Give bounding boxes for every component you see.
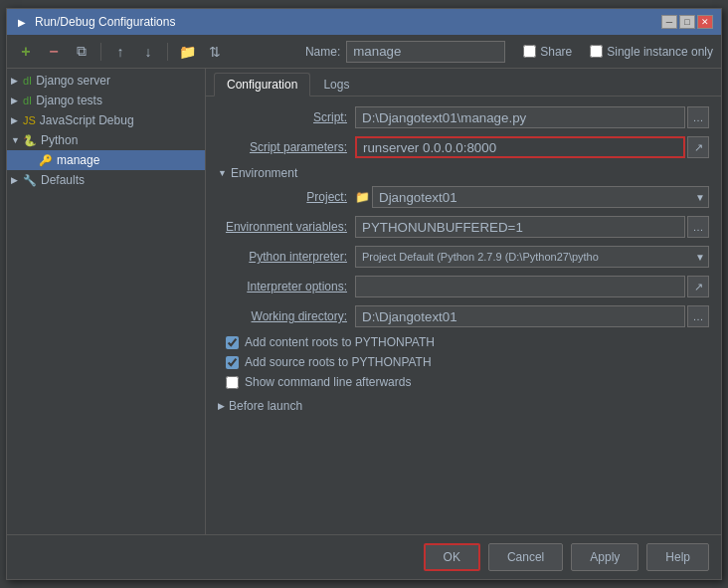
footer: OK Cancel Apply Help [7, 534, 721, 579]
interpreter-options-input[interactable] [355, 276, 685, 297]
environment-arrow: ▼ [218, 168, 227, 178]
working-dir-browse-button[interactable]: … [687, 305, 709, 327]
move-up-button[interactable]: ↑ [109, 41, 131, 63]
project-select-wrapper: Djangotext01 ▼ [372, 186, 709, 208]
add-content-roots-label: Add content roots to PYTHONPATH [245, 335, 435, 349]
environment-label: Environment [231, 166, 297, 180]
script-params-side-button[interactable]: ↗ [687, 136, 709, 158]
before-launch-arrow: ▶ [218, 401, 225, 411]
expand-arrow: ▶ [11, 175, 19, 185]
working-dir-input-group: … [355, 305, 709, 327]
django-server-icon: dI [23, 75, 32, 87]
project-folder-icon: 📁 [355, 190, 370, 204]
add-button[interactable]: + [15, 41, 37, 63]
env-vars-label: Environment variables: [218, 220, 347, 234]
single-instance-label: Single instance only [607, 45, 713, 59]
environment-section-header: ▼ Environment [218, 166, 709, 180]
working-dir-row: Working directory: … [218, 305, 709, 327]
add-source-roots-row: Add source roots to PYTHONPATH [218, 355, 709, 369]
tabs: Configuration Logs [206, 69, 721, 97]
interpreter-options-side-button[interactable]: ↗ [687, 276, 709, 297]
sidebar: ▶ dI Django server ▶ dI Django tests ▶ J… [7, 69, 206, 534]
python-interpreter-group: Project Default (Python 2.7.9 (D:\Python… [355, 246, 709, 268]
django-tests-icon: dI [23, 95, 32, 106]
show-cmdline-checkbox[interactable] [226, 376, 239, 389]
script-params-input-group: ↗ [355, 136, 709, 158]
python-interpreter-row: Python interpreter: Project Default (Pyt… [218, 246, 709, 268]
name-section: Name: [305, 41, 505, 63]
python-interpreter-select[interactable]: Project Default (Python 2.7.9 (D:\Python… [355, 246, 709, 268]
toolbar-separator [100, 43, 101, 61]
tab-logs[interactable]: Logs [310, 73, 362, 96]
remove-button[interactable]: − [43, 41, 65, 63]
window-icon: ▶ [15, 15, 29, 29]
copy-button[interactable]: ⧉ [71, 41, 92, 63]
show-cmdline-row: Show command line afterwards [218, 375, 709, 389]
share-section: Share [523, 45, 572, 59]
minimize-button[interactable]: ─ [661, 15, 677, 29]
sidebar-item-label: Django server [36, 74, 110, 88]
project-input-group: 📁 Djangotext01 ▼ [355, 186, 709, 208]
env-vars-input-group: … [355, 216, 709, 238]
toolbar-separator-2 [167, 43, 168, 61]
script-params-input[interactable] [355, 136, 685, 158]
name-input[interactable] [346, 41, 505, 63]
script-label: Script: [218, 110, 347, 124]
sort-button[interactable]: ⇅ [204, 41, 226, 63]
defaults-icon: 🔧 [23, 174, 37, 187]
expand-arrow: ▶ [11, 76, 19, 86]
manage-icon: 🔑 [39, 154, 53, 167]
working-dir-input[interactable] [355, 305, 685, 327]
add-content-roots-checkbox[interactable] [226, 336, 239, 349]
close-button[interactable]: ✕ [697, 15, 713, 29]
right-panel: Configuration Logs Script: … Script para… [206, 69, 721, 534]
project-select[interactable]: Djangotext01 [372, 186, 709, 208]
title-bar-controls: ─ □ ✕ [661, 15, 713, 29]
show-cmdline-label: Show command line afterwards [245, 375, 411, 389]
folder-button[interactable]: 📁 [176, 41, 198, 63]
tab-configuration[interactable]: Configuration [214, 73, 310, 97]
help-button[interactable]: Help [646, 543, 709, 571]
add-source-roots-checkbox[interactable] [226, 356, 239, 369]
share-checkbox[interactable] [523, 45, 536, 58]
working-dir-label: Working directory: [218, 309, 347, 323]
before-launch-section[interactable]: ▶ Before launch [218, 399, 709, 413]
config-panel: Script: … Script parameters: ↗ [206, 97, 721, 534]
add-source-roots-label: Add source roots to PYTHONPATH [245, 355, 432, 369]
expand-arrow [27, 155, 35, 165]
single-instance-checkbox[interactable] [590, 45, 603, 58]
expand-arrow: ▼ [11, 135, 19, 145]
script-params-row: Script parameters: ↗ [218, 136, 709, 158]
before-launch-label: Before launch [229, 399, 302, 413]
sidebar-item-javascript-debug[interactable]: ▶ JS JavaScript Debug [7, 110, 205, 130]
sidebar-item-django-tests[interactable]: ▶ dI Django tests [7, 91, 205, 110]
expand-arrow: ▶ [11, 115, 19, 125]
sidebar-item-django-server[interactable]: ▶ dI Django server [7, 71, 205, 91]
ok-button[interactable]: OK [424, 543, 480, 571]
script-input[interactable] [355, 106, 685, 128]
sidebar-item-defaults[interactable]: ▶ 🔧 Defaults [7, 170, 205, 190]
add-content-roots-row: Add content roots to PYTHONPATH [218, 335, 709, 349]
js-debug-icon: JS [23, 114, 36, 126]
cancel-button[interactable]: Cancel [488, 543, 563, 571]
sidebar-item-manage[interactable]: 🔑 manage [7, 150, 205, 170]
name-label: Name: [305, 45, 340, 59]
expand-arrow: ▶ [11, 96, 19, 105]
title-bar-left: ▶ Run/Debug Configurations [15, 15, 175, 29]
window-title: Run/Debug Configurations [35, 15, 175, 29]
project-row: Project: 📁 Djangotext01 ▼ [218, 186, 709, 208]
sidebar-item-python[interactable]: ▼ 🐍 Python [7, 130, 205, 150]
interpreter-options-input-group: ↗ [355, 276, 709, 297]
maximize-button[interactable]: □ [679, 15, 695, 29]
env-vars-input[interactable] [355, 216, 685, 238]
interpreter-options-label: Interpreter options: [218, 280, 347, 294]
move-down-button[interactable]: ↓ [137, 41, 159, 63]
script-browse-button[interactable]: … [687, 106, 709, 128]
sidebar-item-label: Python [41, 133, 78, 147]
apply-button[interactable]: Apply [571, 543, 638, 571]
env-vars-browse-button[interactable]: … [687, 216, 709, 238]
script-row: Script: … [218, 106, 709, 128]
main-content: ▶ dI Django server ▶ dI Django tests ▶ J… [7, 69, 721, 534]
toolbar: + − ⧉ ↑ ↓ 📁 ⇅ Name: Share Single instanc… [7, 35, 721, 69]
run-debug-configurations-window: ▶ Run/Debug Configurations ─ □ ✕ + − ⧉ ↑… [6, 8, 722, 580]
